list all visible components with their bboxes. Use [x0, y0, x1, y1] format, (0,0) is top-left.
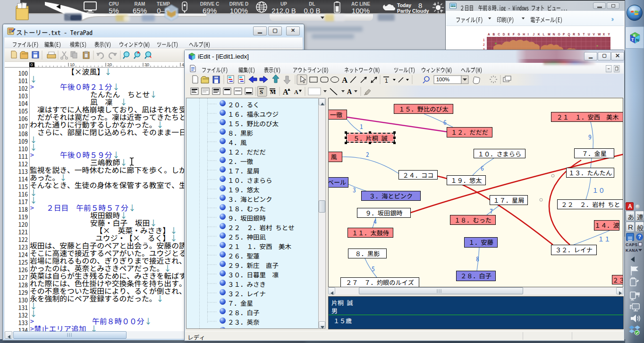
svg-text:A: A — [294, 89, 298, 95]
svg-text:Q: Q — [568, 33, 570, 36]
svg-text:P: P — [563, 33, 565, 36]
svg-text:D: D — [503, 33, 505, 36]
svg-text:1: 1 — [483, 38, 485, 42]
svg-text:3: 3 — [353, 185, 356, 194]
svg-text:O: O — [558, 33, 560, 36]
svg-text:S: S — [578, 33, 580, 36]
svg-text:N: N — [636, 38, 639, 43]
svg-text:L: L — [543, 33, 545, 36]
svg-text:G: G — [518, 33, 520, 36]
svg-text:C: C — [498, 33, 500, 36]
svg-text:2: 2 — [366, 149, 369, 159]
svg-text:T: T — [583, 33, 585, 36]
svg-text:M: M — [548, 33, 550, 36]
svg-text:X: X — [603, 33, 605, 36]
svg-text:100%: 100% — [436, 77, 449, 82]
svg-text:5: 5 — [372, 264, 375, 273]
svg-text:M: M — [270, 88, 276, 95]
svg-text:B: B — [493, 33, 495, 36]
svg-text:4: 4 — [373, 216, 377, 226]
svg-text:１０: １０ — [592, 185, 605, 195]
svg-text:J: J — [533, 33, 534, 36]
svg-text:E: E — [508, 33, 510, 36]
svg-text:I: I — [528, 33, 529, 36]
svg-text:F: F — [513, 33, 515, 36]
svg-text:A: A — [342, 76, 348, 85]
svg-text:1: 1 — [360, 121, 363, 131]
svg-text:W: W — [598, 33, 601, 36]
svg-text:6: 6 — [443, 117, 447, 127]
svg-text:7: 7 — [490, 206, 493, 215]
svg-text:Y: Y — [608, 33, 610, 36]
svg-text:2: 2 — [483, 43, 485, 46]
svg-text:9: 9 — [588, 132, 592, 141]
svg-text:K: K — [538, 33, 540, 36]
svg-text:A: A — [283, 88, 288, 96]
svg-text:1: 1 — [385, 77, 388, 84]
svg-text:H: H — [523, 33, 525, 36]
svg-text:T: T — [631, 37, 634, 42]
svg-text:A: A — [488, 33, 490, 36]
svg-text:8: 8 — [476, 254, 479, 263]
svg-text:S: S — [260, 88, 263, 95]
svg-text:6: 6 — [481, 163, 484, 172]
svg-text:N: N — [553, 33, 555, 36]
svg-text:R: R — [573, 33, 575, 36]
svg-text:１１: １１ — [598, 234, 610, 243]
svg-text:U: U — [588, 33, 590, 36]
svg-text:A: A — [347, 88, 352, 95]
svg-text:0: 0 — [30, 62, 33, 67]
svg-text:V: V — [593, 33, 595, 36]
